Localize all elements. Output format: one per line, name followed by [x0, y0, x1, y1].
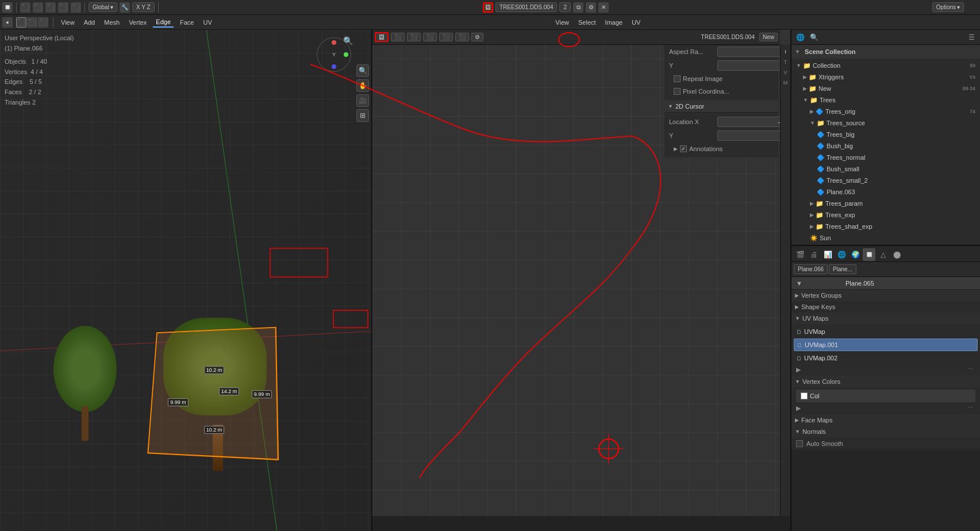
- object-icon[interactable]: 🔲: [863, 248, 875, 261]
- coll-trees[interactable]: ▼ 📁 Trees: [791, 94, 980, 106]
- layout-icon[interactable]: ⬛: [20, 2, 30, 13]
- vcol-extra-btn[interactable]: ⋯: [968, 405, 973, 412]
- uv-edge-btn[interactable]: ⬛: [423, 33, 437, 41]
- repeat-image-checkbox[interactable]: [674, 75, 681, 82]
- zoom-extent-icon[interactable]: 🔍: [341, 34, 354, 47]
- 3d-view-menu[interactable]: View: [58, 18, 78, 27]
- uv-view-tab[interactable]: V: [781, 68, 790, 77]
- cursor-section-header[interactable]: ▼ 2D Cursor: [664, 100, 778, 113]
- texture-paint-icon[interactable]: ⬛: [71, 2, 81, 13]
- uv-image-tab[interactable]: I: [781, 47, 790, 56]
- uv-mode-icon[interactable]: 🖼: [483, 2, 493, 13]
- uv-tool-tab[interactable]: T: [781, 57, 790, 67]
- uv-vert-btn[interactable]: ⬛: [407, 33, 421, 41]
- coll-bush-big[interactable]: 🔷 Bush_big: [791, 140, 980, 152]
- coll-plane063[interactable]: 🔷 Plane.063: [791, 186, 980, 198]
- render-icon[interactable]: 🎬: [794, 248, 806, 261]
- uv-filename-btn[interactable]: TREES001.DDS.004: [495, 2, 557, 12]
- uv-face-btn[interactable]: ⬛: [439, 33, 453, 41]
- coll-new[interactable]: ▶ 📁 New 99·34: [791, 83, 980, 94]
- uv-new-image-btn[interactable]: New: [759, 33, 778, 41]
- selected-tree-object[interactable]: 10.2 m 14.2 m 9.99 m 9.99 m 10.2 m: [141, 310, 290, 471]
- vert-mode-icon[interactable]: ⬛: [16, 17, 26, 28]
- 3d-uv-menu[interactable]: UV: [201, 18, 215, 27]
- uv-editing-icon[interactable]: ⬛: [58, 2, 68, 13]
- 3d-mesh-menu[interactable]: Mesh: [101, 18, 122, 27]
- face-mode-icon[interactable]: ⬛: [38, 17, 48, 28]
- app-menu-icon[interactable]: 🔲: [2, 2, 13, 13]
- 3d-add-menu[interactable]: Add: [81, 18, 98, 27]
- mesh-icon[interactable]: △: [877, 248, 889, 261]
- vcol-add-btn[interactable]: ▶: [796, 405, 801, 412]
- uvmap-uvmap001[interactable]: 🗋 UVMap.001: [794, 338, 978, 351]
- viewport-gizmo[interactable]: Y 🔍: [314, 34, 354, 75]
- uv-sync-btn[interactable]: ⬛: [391, 33, 405, 41]
- cursor-x-input[interactable]: [717, 117, 790, 127]
- modeling-icon[interactable]: ⬛: [33, 2, 43, 13]
- uv-count-btn[interactable]: 2: [559, 2, 571, 12]
- uv-settings-btn2[interactable]: ⚙: [471, 33, 483, 41]
- coll-xtriggers[interactable]: ▶ 📁 Xtriggers Vs: [791, 71, 980, 83]
- 3d-face-menu[interactable]: Face: [177, 18, 197, 27]
- vcol-col[interactable]: Col: [796, 390, 975, 402]
- shape-keys-header[interactable]: ▶ Shape Keys: [791, 301, 980, 313]
- uv-image-menu[interactable]: Image: [602, 18, 626, 27]
- uv-canvas[interactable]: ▼ Display Aspect Ra... Y Repeat Image: [372, 30, 790, 516]
- coll-trees-big[interactable]: 🔷 Trees_big: [791, 129, 980, 140]
- xyz-btn[interactable]: X Y Z: [132, 2, 155, 12]
- uv-copy-icon[interactable]: ⧉: [573, 2, 583, 13]
- zoom-icon[interactable]: 🔍: [356, 64, 369, 77]
- coll-trees-param[interactable]: ▶ 📁 Trees_param: [791, 198, 980, 209]
- scene-collection-header[interactable]: ▼ Scene Collection: [791, 45, 980, 59]
- coll-trees-source[interactable]: ▼ 📁 Trees_source: [791, 117, 980, 129]
- output-icon[interactable]: 🖨: [808, 248, 820, 261]
- edge-mode-icon[interactable]: ⬛: [27, 17, 37, 28]
- uv-select-menu[interactable]: Select: [575, 18, 599, 27]
- uv-uv-menu[interactable]: UV: [629, 18, 643, 27]
- sculpting-icon[interactable]: ⬛: [45, 2, 56, 13]
- rp-scene-icon[interactable]: 🌐: [794, 31, 806, 44]
- uvmap-uvmap[interactable]: 🗋 UVMap: [794, 325, 978, 338]
- uvmap-uvmap002[interactable]: 🗋 UVMap.002: [794, 352, 978, 364]
- uv-magic-tab[interactable]: M: [781, 78, 790, 87]
- options-btn[interactable]: Options ▾: [932, 2, 964, 12]
- normals-header[interactable]: ▼ Normals: [791, 426, 980, 437]
- uv-island-btn[interactable]: ⬛: [455, 33, 469, 41]
- aspect-ratio-x-input[interactable]: [717, 47, 790, 57]
- rp-search-icon[interactable]: 🔍: [808, 31, 820, 44]
- coll-trees-orig[interactable]: ▶ 🔷 Trees_orig 74: [791, 106, 980, 117]
- uv-maps-header[interactable]: ▼ UV Maps: [791, 313, 980, 324]
- transform-global-btn[interactable]: Global ▾: [89, 2, 117, 12]
- uv-view-menu[interactable]: View: [552, 18, 572, 27]
- scene-icon2[interactable]: 🌐: [835, 248, 848, 261]
- world-icon[interactable]: 🌍: [849, 248, 862, 261]
- 3d-edge-menu[interactable]: Edge: [153, 17, 174, 28]
- uvmap-add-btn[interactable]: ▶: [796, 366, 801, 374]
- mode-icon[interactable]: ●: [2, 17, 13, 28]
- vertex-groups-header[interactable]: ▶ Vertex Groups: [791, 290, 980, 301]
- grid-icon[interactable]: ⊞: [356, 109, 369, 122]
- material-icon[interactable]: ⬤: [890, 248, 903, 261]
- uv-settings-icon[interactable]: ⚙: [586, 2, 596, 13]
- cursor-y-input[interactable]: [717, 130, 790, 141]
- rp-filter-icon[interactable]: ☰: [965, 31, 978, 44]
- coll-bush-small[interactable]: 🔷 Bush_small: [791, 163, 980, 175]
- uv-mode-btn[interactable]: 🖼: [375, 32, 389, 42]
- plane-tab2[interactable]: Plane...: [829, 264, 856, 274]
- camera-icon[interactable]: 🎥: [356, 94, 369, 107]
- viewport-3d[interactable]: User Perspective (Local) (1) Plane.066 O…: [0, 30, 372, 531]
- snap-icon[interactable]: 🔧: [120, 2, 130, 13]
- uv-close-icon[interactable]: ✕: [598, 2, 609, 13]
- aspect-ratio-y-input[interactable]: [717, 60, 790, 71]
- coll-collection[interactable]: ▼ 📁 Collection 99: [791, 60, 980, 71]
- coll-trees-small2[interactable]: 🔷 Trees_small_2: [791, 175, 980, 186]
- coll-trees-exp[interactable]: ▶ 📁 Trees_exp: [791, 209, 980, 221]
- auto-smooth-checkbox[interactable]: [796, 440, 803, 447]
- annotations-checkbox[interactable]: ✓: [680, 145, 687, 152]
- plane066-tab[interactable]: Plane.066: [794, 264, 828, 274]
- vertex-colors-header[interactable]: ▼ Vertex Colors: [791, 376, 980, 387]
- pixel-coords-checkbox[interactable]: [674, 88, 681, 95]
- coll-trees-shad[interactable]: ▶ 📁 Trees_shad_exp: [791, 221, 980, 232]
- coll-trees-normal[interactable]: 🔷 Trees_normal: [791, 152, 980, 163]
- coll-sun[interactable]: ☀️ Sun: [791, 232, 980, 244]
